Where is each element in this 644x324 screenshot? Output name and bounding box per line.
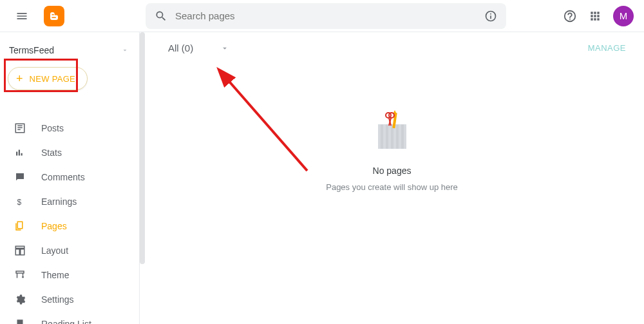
filter-label: All (0)	[168, 43, 193, 53]
sidebar-item-label: Settings	[41, 294, 74, 305]
chevron-down-icon	[121, 46, 129, 54]
help-icon[interactable]	[563, 9, 577, 23]
settings-icon	[14, 294, 27, 305]
new-page-button[interactable]: + NEW PAGE	[8, 67, 88, 90]
chevron-down-icon	[220, 44, 229, 53]
main-area: All (0) MANAGE No pages Pages you create…	[140, 32, 644, 324]
empty-subtitle: Pages you create will show up here	[326, 182, 458, 192]
menu-icon[interactable]	[10, 5, 33, 28]
sidebar-item-comments[interactable]: Comments	[0, 165, 139, 189]
sidebar: TermsFeed + NEW PAGE PostsStatsComments$…	[0, 32, 140, 324]
sidebar-item-theme[interactable]: Theme	[0, 263, 139, 287]
scrollbar[interactable]	[140, 32, 145, 264]
blogger-logo[interactable]	[44, 6, 64, 26]
sidebar-item-reading[interactable]: Reading List	[0, 312, 139, 324]
empty-title: No pages	[373, 166, 412, 176]
layout-icon	[14, 245, 27, 256]
empty-state: No pages Pages you create will show up h…	[140, 115, 644, 192]
blog-selector[interactable]: TermsFeed	[0, 41, 139, 67]
earnings-icon: $	[14, 196, 27, 207]
sidebar-item-settings[interactable]: Settings	[0, 287, 139, 312]
stats-icon	[14, 147, 27, 158]
sidebar-item-stats[interactable]: Stats	[0, 140, 139, 165]
plus-icon: +	[16, 73, 23, 84]
pages-icon	[14, 220, 27, 232]
info-icon[interactable]	[484, 10, 497, 23]
sidebar-item-posts[interactable]: Posts	[0, 116, 139, 140]
svg-rect-2	[392, 113, 397, 128]
sidebar-item-layout[interactable]: Layout	[0, 238, 139, 263]
comments-icon	[14, 171, 27, 183]
new-page-label: NEW PAGE	[30, 74, 76, 84]
avatar[interactable]: M	[613, 6, 634, 26]
posts-icon	[14, 122, 27, 134]
sidebar-item-label: Stats	[41, 148, 62, 158]
sidebar-item-pages[interactable]: Pages	[0, 214, 139, 238]
nav-list: PostsStatsComments$EarningsPagesLayoutTh…	[0, 116, 139, 324]
manage-button[interactable]: MANAGE	[588, 43, 626, 53]
svg-text:$: $	[17, 198, 22, 207]
header-right: M	[563, 6, 634, 26]
body: TermsFeed + NEW PAGE PostsStatsComments$…	[0, 32, 644, 324]
filter-dropdown[interactable]: All (0)	[168, 43, 229, 53]
cup-illustration	[378, 115, 406, 149]
app-header: M	[0, 0, 644, 32]
sidebar-item-label: Theme	[41, 270, 70, 280]
sidebar-item-earnings[interactable]: $Earnings	[0, 189, 139, 214]
search-icon	[155, 10, 167, 23]
reading-icon	[14, 318, 27, 324]
search-bar[interactable]	[146, 3, 506, 29]
blog-name: TermsFeed	[9, 45, 54, 55]
search-input[interactable]	[175, 10, 477, 21]
sidebar-item-label: Pages	[41, 221, 67, 231]
apps-icon[interactable]	[589, 10, 601, 23]
svg-point-1	[22, 276, 24, 278]
sidebar-item-label: Reading List	[41, 319, 91, 324]
sidebar-item-label: Earnings	[41, 196, 77, 207]
main-header: All (0) MANAGE	[140, 32, 644, 64]
theme-icon	[14, 269, 27, 281]
sidebar-item-label: Comments	[41, 172, 85, 182]
sidebar-item-label: Layout	[41, 245, 68, 256]
sidebar-item-label: Posts	[41, 123, 64, 133]
